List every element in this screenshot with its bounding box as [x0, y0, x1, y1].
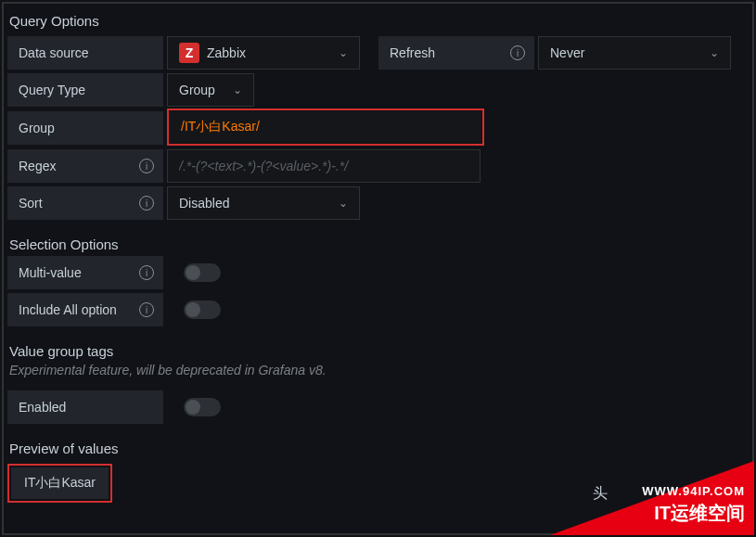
chevron-down-icon: ⌄	[233, 83, 242, 96]
sort-select[interactable]: Disabled ⌄	[167, 186, 360, 220]
watermark-cn: IT运维空间	[654, 501, 745, 526]
preview-value-pill: IT小白Kasar	[11, 467, 109, 499]
query-type-select[interactable]: Group ⌄	[167, 73, 254, 107]
zabbix-icon: Z	[179, 43, 199, 63]
section-query-options: Query Options	[9, 13, 749, 29]
label-include-all: Include All option i	[7, 293, 163, 326]
chevron-down-icon: ⌄	[339, 46, 348, 59]
chevron-down-icon: ⌄	[710, 46, 719, 59]
label-sort: Sort i	[7, 186, 163, 220]
enabled-toggle[interactable]	[184, 398, 221, 416]
preview-highlight: IT小白Kasar	[7, 464, 112, 503]
label-enabled: Enabled	[7, 390, 163, 424]
label-query-type: Query Type	[7, 73, 163, 107]
watermark-url: WWW.94IP.COM	[642, 484, 745, 498]
chevron-down-icon: ⌄	[339, 197, 348, 210]
info-icon[interactable]: i	[510, 45, 525, 60]
info-icon[interactable]: i	[139, 265, 154, 280]
info-icon[interactable]: i	[139, 302, 154, 317]
label-regex: Regex i	[7, 149, 163, 183]
section-value-group-tags: Value group tags	[9, 343, 749, 359]
group-input[interactable]	[181, 120, 470, 134]
label-data-source: Data source	[7, 36, 163, 70]
section-selection-options: Selection Options	[9, 237, 749, 252]
label-refresh: Refresh i	[378, 36, 534, 70]
info-icon[interactable]: i	[139, 159, 154, 173]
multi-value-toggle[interactable]	[184, 263, 221, 282]
refresh-select[interactable]: Never ⌄	[538, 36, 731, 70]
regex-input[interactable]	[179, 159, 468, 173]
group-input-highlight	[167, 109, 484, 146]
value-group-tags-subtext: Experimental feature, will be deprecated…	[9, 363, 749, 377]
section-preview-values: Preview of values	[9, 441, 749, 456]
label-group: Group	[7, 111, 163, 145]
info-icon[interactable]: i	[139, 196, 154, 211]
data-source-select[interactable]: Z Zabbix ⌄	[167, 36, 360, 70]
include-all-toggle[interactable]	[184, 300, 221, 319]
label-multi-value: Multi-value i	[7, 256, 163, 289]
